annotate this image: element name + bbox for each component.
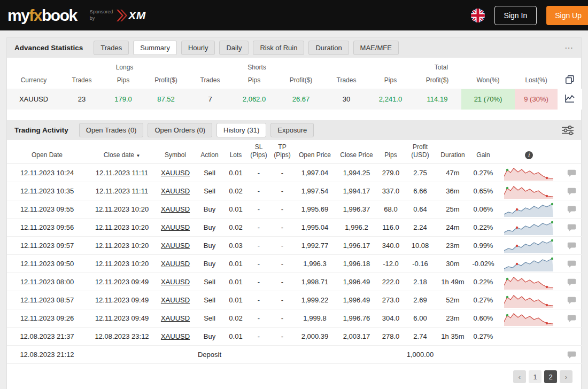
comment-cell[interactable]	[561, 255, 582, 273]
col-action[interactable]: Action	[194, 140, 225, 164]
col-open-price[interactable]: Open Price	[293, 140, 336, 164]
tab-hourly[interactable]: Hourly	[181, 41, 215, 55]
symbol-link[interactable]: XAUUSD	[161, 332, 190, 340]
action: Buy	[194, 200, 225, 219]
profit-usd: 2.74	[405, 328, 436, 346]
tab-mae-mfe[interactable]: MAE/MFE	[353, 41, 399, 55]
page-2-button[interactable]: 2	[544, 370, 557, 383]
lots: 0.01	[225, 200, 246, 219]
close-price: 1,996.49	[336, 291, 377, 309]
tab-daily[interactable]: Daily	[219, 41, 249, 55]
filter-button[interactable]	[562, 126, 574, 135]
profit-usd: -0.16	[405, 255, 436, 273]
sign-in-button[interactable]: Sign In	[494, 6, 537, 25]
summary-row: XAUUSD 23 179.0 87.52 7 2,062.0 26.67 30…	[7, 89, 582, 110]
col-sl-pips[interactable]: SL (Pips)	[246, 140, 271, 164]
close-price: 2,003.17	[336, 328, 377, 346]
tab-summary[interactable]: Summary	[133, 41, 177, 55]
tab-history[interactable]: History (31)	[216, 123, 266, 137]
comment-cell[interactable]	[561, 219, 582, 237]
comment-cell[interactable]	[561, 164, 582, 182]
symbol-link[interactable]: XAUUSD	[161, 296, 190, 304]
col-symbol[interactable]: Symbol	[157, 140, 194, 164]
trade-result-sparkline	[504, 256, 553, 271]
col-close-price[interactable]: Close Price	[336, 140, 377, 164]
profit-usd: 6.00	[405, 309, 436, 328]
short-profit-value: 26.67	[277, 89, 325, 110]
page-1-button[interactable]: 1	[529, 370, 541, 383]
tab-duration[interactable]: Duration	[308, 41, 349, 55]
open-date: 12.11.2023 09:56	[7, 219, 87, 237]
xm-logo-text: XM	[128, 9, 146, 22]
symbol-link[interactable]: XAUUSD	[161, 278, 190, 286]
symbol-link[interactable]: XAUUSD	[161, 242, 190, 250]
comment-cell[interactable]	[561, 291, 582, 309]
close-price: 1,994.17	[336, 182, 377, 200]
gain: 0.27%	[470, 291, 497, 309]
copy-table-button[interactable]	[558, 72, 582, 89]
col-long-trades: Trades	[60, 72, 103, 89]
next-page-button[interactable]: ›	[560, 370, 572, 383]
more-options-icon[interactable]: ⋯	[564, 43, 574, 53]
tp-pips: -	[271, 200, 293, 219]
comment-cell[interactable]	[561, 237, 582, 255]
comment-cell[interactable]	[561, 200, 582, 219]
col-pips[interactable]: Pips	[377, 140, 405, 164]
symbol-cell: XAUUSD	[157, 237, 194, 255]
lots: 0.01	[225, 255, 246, 273]
col-profit-usd[interactable]: Profit (USD)	[405, 140, 436, 164]
symbol-link[interactable]: XAUUSD	[161, 205, 190, 213]
comment-cell[interactable]	[561, 346, 582, 364]
comment-icon	[567, 242, 576, 250]
comment-cell	[561, 328, 582, 346]
comment-cell[interactable]	[561, 309, 582, 328]
gain: 0.22%	[470, 273, 497, 291]
gain: 0.22%	[470, 219, 497, 237]
sign-up-button[interactable]: Sign Up	[546, 6, 588, 25]
tab-exposure[interactable]: Exposure	[270, 123, 314, 137]
sparkline-cell	[497, 182, 561, 200]
copy-icon	[566, 75, 574, 84]
tab-open-orders[interactable]: Open Orders (0)	[148, 123, 212, 137]
close-date: 12.11.2023 11:11	[87, 164, 157, 182]
tab-trades[interactable]: Trades	[94, 41, 129, 55]
pips: -12.0	[377, 255, 405, 273]
duration: 30m	[436, 255, 470, 273]
xm-logo[interactable]: XM	[117, 9, 146, 22]
trade-result-sparkline	[504, 293, 553, 308]
symbol-link[interactable]: XAUUSD	[161, 223, 190, 231]
symbol-link[interactable]: XAUUSD	[161, 187, 190, 195]
tp-pips: -	[271, 164, 293, 182]
symbol-link[interactable]: XAUUSD	[161, 169, 190, 177]
col-lots[interactable]: Lots	[225, 140, 246, 164]
col-gain[interactable]: Gain	[470, 140, 497, 164]
gain: 0.65%	[470, 182, 497, 200]
symbol-cell: XAUUSD	[157, 328, 194, 346]
pips: 279.0	[377, 164, 405, 182]
total-pips-value: 2,241.0	[368, 89, 413, 110]
prev-page-button[interactable]: ‹	[513, 370, 526, 383]
row-chart-button[interactable]	[558, 89, 582, 110]
long-profit-value: 87.52	[143, 89, 189, 110]
info-icon[interactable]: i	[525, 151, 533, 159]
symbol-link[interactable]: XAUUSD	[161, 314, 190, 322]
col-lost: Lost(%)	[515, 72, 558, 89]
comment-cell[interactable]	[561, 273, 582, 291]
language-flag-icon[interactable]	[471, 9, 485, 22]
symbol-link[interactable]: XAUUSD	[161, 260, 190, 268]
comment-cell[interactable]	[561, 182, 582, 200]
logo-my: my	[7, 6, 29, 24]
sl-pips: -	[246, 273, 271, 291]
logo-book: book	[42, 6, 77, 24]
tab-open-trades[interactable]: Open Trades (0)	[79, 123, 144, 137]
col-open-date[interactable]: Open Date	[7, 140, 87, 164]
action: Sell	[194, 182, 225, 200]
col-close-date[interactable]: Close date ▼	[87, 140, 157, 164]
sparkline-cell	[497, 237, 561, 255]
close-date: 12.11.2023 09:49	[87, 291, 157, 309]
tab-risk-of-ruin[interactable]: Risk of Ruin	[253, 41, 304, 55]
duration: 1h 35m	[436, 328, 470, 346]
col-duration[interactable]: Duration	[436, 140, 470, 164]
col-tp-pips[interactable]: TP (Pips)	[271, 140, 293, 164]
myfxbook-logo[interactable]: myfxbook	[7, 6, 77, 25]
